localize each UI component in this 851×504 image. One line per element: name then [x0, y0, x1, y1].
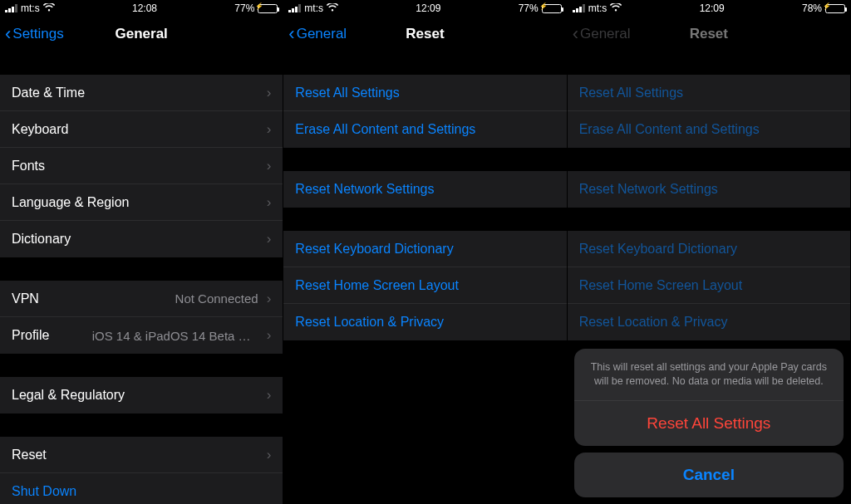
row-reset[interactable]: Reset› — [0, 437, 283, 473]
settings-group: VPNNot Connected›ProfileiOS 14 & iPadOS … — [0, 281, 283, 354]
chevron-right-icon: › — [267, 194, 272, 211]
wifi-icon — [327, 2, 338, 14]
clock: 12:09 — [700, 2, 725, 14]
chevron-right-icon: › — [267, 327, 272, 344]
status-bar: mt:s 12:08 77% ⚡ — [0, 0, 283, 17]
row-value: iOS 14 & iPadOS 14 Beta Softwar... — [92, 329, 258, 343]
back-button[interactable]: ‹ General — [288, 25, 347, 43]
row-label: Keyboard — [12, 122, 262, 137]
settings-group: Reset›Shut Down — [0, 437, 283, 504]
group-spacer — [0, 257, 283, 281]
row-fonts[interactable]: Fonts› — [0, 148, 283, 184]
settings-group: Reset All SettingsErase All Content and … — [568, 75, 850, 148]
row-erase-all: Erase All Content and Settings — [568, 111, 850, 148]
group-spacer — [283, 148, 566, 171]
row-reset-keyboard-dict[interactable]: Reset Keyboard Dictionary — [283, 231, 566, 267]
settings-group: Date & Time›Keyboard›Fonts›Language & Re… — [0, 75, 283, 257]
row-label: Reset Keyboard Dictionary — [579, 242, 839, 257]
group-spacer — [283, 208, 566, 231]
nav-bar: ‹ General Reset — [568, 17, 850, 51]
carrier-label: mt:s — [21, 2, 40, 14]
cancel-button[interactable]: Cancel — [574, 453, 844, 497]
row-profile[interactable]: ProfileiOS 14 & iPadOS 14 Beta Softwar..… — [0, 317, 283, 354]
row-vpn[interactable]: VPNNot Connected› — [0, 281, 283, 317]
signal-icon — [5, 4, 17, 12]
row-label: Legal & Regulatory — [12, 388, 262, 403]
row-reset-network[interactable]: Reset Network Settings — [283, 171, 566, 208]
row-shutdown[interactable]: Shut Down — [0, 473, 283, 504]
row-legal[interactable]: Legal & Regulatory› — [0, 377, 283, 413]
row-label: Profile — [12, 328, 92, 343]
settings-group: Reset All SettingsErase All Content and … — [283, 75, 566, 148]
battery-icon: ⚡ — [542, 4, 562, 13]
carrier-label: mt:s — [304, 2, 323, 14]
group-spacer — [0, 413, 283, 437]
status-bar: mt:s 12:09 78% ⚡ — [568, 0, 850, 17]
signal-icon — [573, 4, 585, 12]
chevron-right-icon: › — [267, 447, 272, 463]
battery-percent: 77% — [519, 2, 539, 14]
row-language-region[interactable]: Language & Region› — [0, 184, 283, 221]
row-label: Reset — [12, 448, 262, 462]
confirm-reset-button[interactable]: Reset All Settings — [574, 401, 844, 446]
settings-group: Reset Keyboard DictionaryReset Home Scre… — [568, 231, 850, 340]
row-label: Reset All Settings — [295, 86, 554, 100]
row-label: Reset Keyboard Dictionary — [295, 242, 554, 257]
battery-percent: 77% — [234, 2, 254, 14]
content: Reset All SettingsErase All Content and … — [283, 51, 566, 504]
row-label: Shut Down — [12, 484, 271, 499]
screen-reset-confirm: mt:s 12:09 78% ⚡ ‹ General Reset Reset A… — [568, 0, 851, 504]
carrier-label: mt:s — [588, 2, 608, 14]
row-reset-home: Reset Home Screen Layout — [568, 267, 850, 304]
nav-title: Reset — [406, 26, 444, 42]
row-date-time[interactable]: Date & Time› — [0, 75, 283, 111]
row-label: Reset Location & Privacy — [579, 315, 839, 330]
back-button[interactable]: ‹ Settings — [5, 25, 64, 43]
status-bar: mt:s 12:09 77% ⚡ — [283, 0, 566, 17]
group-spacer — [568, 51, 850, 75]
back-button: ‹ General — [573, 25, 631, 43]
wifi-icon — [610, 2, 622, 14]
row-label: Dictionary — [12, 232, 262, 247]
settings-group: Reset Network Settings — [568, 171, 850, 208]
row-label: Fonts — [12, 159, 262, 174]
action-sheet: This will reset all settings and your Ap… — [574, 349, 844, 497]
battery-icon: ⚡ — [258, 4, 278, 13]
row-erase-all[interactable]: Erase All Content and Settings — [283, 111, 566, 148]
nav-bar: ‹ General Reset — [283, 17, 566, 51]
settings-group: Legal & Regulatory› — [0, 377, 283, 413]
row-keyboard[interactable]: Keyboard› — [0, 111, 283, 148]
row-reset-keyboard-dict: Reset Keyboard Dictionary — [568, 231, 850, 267]
chevron-right-icon: › — [267, 121, 272, 138]
action-sheet-message: This will reset all settings and your Ap… — [574, 349, 844, 401]
row-reset-all: Reset All Settings — [568, 75, 850, 111]
settings-group: Reset Keyboard DictionaryReset Home Scre… — [283, 231, 566, 340]
chevron-right-icon: › — [267, 85, 272, 101]
row-label: Erase All Content and Settings — [579, 122, 839, 137]
row-reset-location: Reset Location & Privacy — [568, 304, 850, 340]
row-reset-all[interactable]: Reset All Settings — [283, 75, 566, 111]
settings-group: Reset Network Settings — [283, 171, 566, 208]
chevron-left-icon: ‹ — [5, 25, 11, 43]
chevron-right-icon: › — [267, 158, 272, 174]
row-label: Date & Time — [12, 86, 262, 100]
chevron-right-icon: › — [267, 231, 272, 247]
group-spacer — [0, 354, 283, 377]
group-spacer — [283, 51, 566, 75]
row-dictionary[interactable]: Dictionary› — [0, 221, 283, 257]
back-label: Settings — [12, 26, 63, 42]
back-label: General — [580, 26, 630, 42]
clock: 12:08 — [132, 2, 157, 14]
row-label: Erase All Content and Settings — [295, 122, 554, 137]
group-spacer — [568, 208, 850, 231]
nav-title: Reset — [690, 26, 728, 42]
row-label: Reset Location & Privacy — [295, 315, 554, 330]
chevron-left-icon: ‹ — [288, 25, 294, 43]
row-reset-location[interactable]: Reset Location & Privacy — [283, 304, 566, 340]
screen-reset: mt:s 12:09 77% ⚡ ‹ General Reset Reset A… — [283, 0, 567, 504]
row-label: Reset All Settings — [579, 86, 839, 100]
row-label: Reset Home Screen Layout — [295, 278, 554, 293]
row-value: Not Connected — [175, 291, 258, 306]
row-reset-home[interactable]: Reset Home Screen Layout — [283, 267, 566, 304]
nav-title: General — [116, 26, 168, 42]
